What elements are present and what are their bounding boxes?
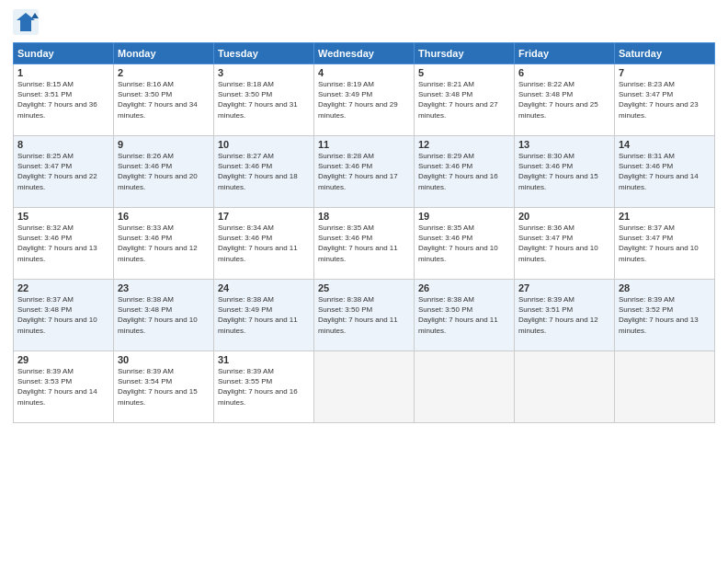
day-cell: 6Sunrise: 8:22 AMSunset: 3:48 PMDaylight… [515, 64, 615, 136]
day-cell: 9Sunrise: 8:26 AMSunset: 3:46 PMDaylight… [114, 136, 214, 208]
day-number: 20 [518, 211, 610, 222]
day-cell: 4Sunrise: 8:19 AMSunset: 3:49 PMDaylight… [314, 64, 415, 136]
day-cell: 24Sunrise: 8:38 AMSunset: 3:49 PMDayligh… [214, 280, 314, 351]
day-number: 1 [17, 67, 109, 78]
day-number: 26 [418, 282, 510, 293]
logo [13, 9, 42, 35]
day-info: Sunrise: 8:34 AMSunset: 3:46 PMDaylight:… [218, 224, 298, 263]
day-cell [314, 351, 415, 423]
day-cell [615, 351, 715, 423]
calendar-table: SundayMondayTuesdayWednesdayThursdayFrid… [13, 42, 715, 423]
col-header-friday: Friday [515, 43, 615, 64]
col-header-wednesday: Wednesday [314, 43, 415, 64]
day-info: Sunrise: 8:28 AMSunset: 3:46 PMDaylight:… [318, 152, 398, 191]
week-row-5: 29Sunrise: 8:39 AMSunset: 3:53 PMDayligh… [14, 351, 715, 423]
day-info: Sunrise: 8:39 AMSunset: 3:52 PMDaylight:… [619, 295, 699, 335]
day-cell: 8Sunrise: 8:25 AMSunset: 3:47 PMDaylight… [14, 136, 114, 208]
day-cell: 15Sunrise: 8:32 AMSunset: 3:46 PMDayligh… [14, 208, 114, 280]
day-info: Sunrise: 8:30 AMSunset: 3:46 PMDaylight:… [518, 152, 598, 191]
day-number: 23 [118, 282, 210, 293]
day-number: 15 [17, 211, 109, 222]
day-cell: 14Sunrise: 8:31 AMSunset: 3:46 PMDayligh… [615, 136, 715, 208]
day-cell: 18Sunrise: 8:35 AMSunset: 3:46 PMDayligh… [314, 208, 415, 280]
day-cell [415, 351, 515, 423]
day-info: Sunrise: 8:38 AMSunset: 3:48 PMDaylight:… [118, 295, 198, 335]
header [13, 9, 715, 35]
day-cell: 3Sunrise: 8:18 AMSunset: 3:50 PMDaylight… [214, 64, 314, 136]
day-cell: 25Sunrise: 8:38 AMSunset: 3:50 PMDayligh… [314, 280, 415, 351]
day-number: 11 [318, 139, 410, 150]
day-number: 17 [218, 211, 310, 222]
col-header-thursday: Thursday [415, 43, 515, 64]
day-number: 28 [619, 282, 711, 293]
day-cell: 7Sunrise: 8:23 AMSunset: 3:47 PMDaylight… [615, 64, 715, 136]
calendar-page: SundayMondayTuesdayWednesdayThursdayFrid… [0, 0, 728, 563]
day-cell: 23Sunrise: 8:38 AMSunset: 3:48 PMDayligh… [114, 280, 214, 351]
col-header-saturday: Saturday [615, 43, 715, 64]
day-number: 31 [218, 354, 310, 365]
day-cell: 20Sunrise: 8:36 AMSunset: 3:47 PMDayligh… [515, 208, 615, 280]
day-cell [515, 351, 615, 423]
day-cell: 30Sunrise: 8:39 AMSunset: 3:54 PMDayligh… [114, 351, 214, 423]
day-cell: 10Sunrise: 8:27 AMSunset: 3:46 PMDayligh… [214, 136, 314, 208]
week-row-1: 1Sunrise: 8:15 AMSunset: 3:51 PMDaylight… [14, 64, 715, 136]
day-info: Sunrise: 8:39 AMSunset: 3:55 PMDaylight:… [218, 367, 298, 407]
day-info: Sunrise: 8:33 AMSunset: 3:46 PMDaylight:… [118, 224, 198, 263]
day-info: Sunrise: 8:19 AMSunset: 3:49 PMDaylight:… [318, 80, 398, 120]
day-info: Sunrise: 8:27 AMSunset: 3:46 PMDaylight:… [218, 152, 298, 191]
day-number: 22 [17, 282, 109, 293]
day-info: Sunrise: 8:31 AMSunset: 3:46 PMDaylight:… [619, 152, 699, 191]
col-header-monday: Monday [114, 43, 214, 64]
day-info: Sunrise: 8:18 AMSunset: 3:50 PMDaylight:… [218, 80, 298, 120]
day-info: Sunrise: 8:37 AMSunset: 3:47 PMDaylight:… [619, 224, 699, 263]
day-number: 4 [318, 67, 410, 78]
day-cell: 11Sunrise: 8:28 AMSunset: 3:46 PMDayligh… [314, 136, 415, 208]
day-number: 7 [619, 67, 711, 78]
day-number: 5 [418, 67, 510, 78]
col-header-sunday: Sunday [14, 43, 114, 64]
day-info: Sunrise: 8:39 AMSunset: 3:54 PMDaylight:… [118, 367, 198, 407]
day-number: 18 [318, 211, 410, 222]
day-info: Sunrise: 8:26 AMSunset: 3:46 PMDaylight:… [118, 152, 198, 191]
week-row-2: 8Sunrise: 8:25 AMSunset: 3:47 PMDaylight… [14, 136, 715, 208]
week-row-4: 22Sunrise: 8:37 AMSunset: 3:48 PMDayligh… [14, 280, 715, 351]
day-info: Sunrise: 8:38 AMSunset: 3:49 PMDaylight:… [218, 295, 298, 335]
day-number: 21 [619, 211, 711, 222]
day-number: 6 [518, 67, 610, 78]
day-cell: 19Sunrise: 8:35 AMSunset: 3:46 PMDayligh… [415, 208, 515, 280]
day-info: Sunrise: 8:35 AMSunset: 3:46 PMDaylight:… [418, 224, 498, 263]
day-number: 10 [218, 139, 310, 150]
day-cell: 31Sunrise: 8:39 AMSunset: 3:55 PMDayligh… [214, 351, 314, 423]
day-number: 16 [118, 211, 210, 222]
day-number: 30 [118, 354, 210, 365]
day-info: Sunrise: 8:16 AMSunset: 3:50 PMDaylight:… [118, 80, 198, 120]
day-number: 2 [118, 67, 210, 78]
day-info: Sunrise: 8:38 AMSunset: 3:50 PMDaylight:… [418, 295, 498, 335]
day-number: 8 [17, 139, 109, 150]
day-number: 13 [518, 139, 610, 150]
day-number: 12 [418, 139, 510, 150]
day-number: 14 [619, 139, 711, 150]
day-cell: 29Sunrise: 8:39 AMSunset: 3:53 PMDayligh… [14, 351, 114, 423]
day-number: 19 [418, 211, 510, 222]
day-cell: 27Sunrise: 8:39 AMSunset: 3:51 PMDayligh… [515, 280, 615, 351]
day-number: 29 [17, 354, 109, 365]
day-cell: 22Sunrise: 8:37 AMSunset: 3:48 PMDayligh… [14, 280, 114, 351]
day-number: 3 [218, 67, 310, 78]
logo-icon [13, 9, 39, 35]
day-info: Sunrise: 8:39 AMSunset: 3:53 PMDaylight:… [17, 367, 97, 407]
day-cell: 2Sunrise: 8:16 AMSunset: 3:50 PMDaylight… [114, 64, 214, 136]
day-number: 24 [218, 282, 310, 293]
day-number: 25 [318, 282, 410, 293]
day-cell: 5Sunrise: 8:21 AMSunset: 3:48 PMDaylight… [415, 64, 515, 136]
day-info: Sunrise: 8:15 AMSunset: 3:51 PMDaylight:… [17, 80, 97, 120]
day-number: 9 [118, 139, 210, 150]
day-info: Sunrise: 8:36 AMSunset: 3:47 PMDaylight:… [518, 224, 598, 263]
day-cell: 26Sunrise: 8:38 AMSunset: 3:50 PMDayligh… [415, 280, 515, 351]
day-info: Sunrise: 8:32 AMSunset: 3:46 PMDaylight:… [17, 224, 97, 263]
day-cell: 16Sunrise: 8:33 AMSunset: 3:46 PMDayligh… [114, 208, 214, 280]
day-info: Sunrise: 8:29 AMSunset: 3:46 PMDaylight:… [418, 152, 498, 191]
day-cell: 13Sunrise: 8:30 AMSunset: 3:46 PMDayligh… [515, 136, 615, 208]
header-row: SundayMondayTuesdayWednesdayThursdayFrid… [14, 43, 715, 64]
day-info: Sunrise: 8:35 AMSunset: 3:46 PMDaylight:… [318, 224, 398, 263]
